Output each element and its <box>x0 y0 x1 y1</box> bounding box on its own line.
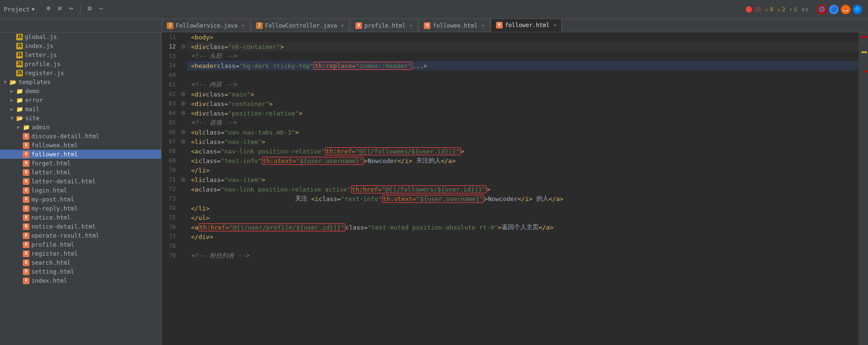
code-line-68: <a class="nav-link position-relative" th… <box>187 146 858 156</box>
project-label[interactable]: Project ▼ <box>0 6 38 13</box>
fold-gutter-71[interactable] <box>180 175 187 184</box>
fold-gutter-72 <box>180 184 187 194</box>
sidebar-item-global-js[interactable]: JSglobal.js <box>0 32 161 41</box>
sidebar-item-register-js[interactable]: JSregister.js <box>0 68 161 77</box>
swap-icon[interactable]: ⇔ <box>67 4 76 12</box>
fold-gutter-11 <box>180 32 187 42</box>
sidebar-item-site-folder[interactable]: ▼📂site <box>0 114 161 123</box>
line-number-70: 70 <box>162 165 180 175</box>
sidebar-item-demo-folder[interactable]: ▶📁demo <box>0 86 161 96</box>
list-icon[interactable]: ≡ <box>56 4 64 12</box>
fold-gutter-67[interactable] <box>180 137 187 146</box>
html-file-icon: H <box>23 268 29 275</box>
tab-label: FollowController.java <box>265 22 337 29</box>
html-file-icon: H <box>23 250 29 257</box>
html-file-icon: H <box>23 187 29 194</box>
html-file-icon: H <box>23 278 29 284</box>
tab-followservice[interactable]: JFollowService.java× <box>162 19 250 32</box>
sidebar-item-mail-folder[interactable]: ▶📁mail <box>0 105 161 114</box>
sidebar-item-admin-folder[interactable]: ▶📁admin <box>0 123 161 132</box>
project-arrow-icon: ▼ <box>32 7 35 12</box>
sidebar-item-index-js[interactable]: JSindex.js <box>0 41 161 50</box>
sidebar-item-letter-html[interactable]: Hletter.html <box>0 168 161 177</box>
tab-followee[interactable]: Hfollowee.html× <box>419 19 490 32</box>
code-area[interactable]: <body> <div class="nk-container"> <!-- 头… <box>187 32 858 345</box>
html-file-icon: H <box>23 259 29 266</box>
editor-area[interactable]: 1112131460616263646566676869707172737475… <box>162 32 868 345</box>
tab-close-icon[interactable]: × <box>241 22 245 29</box>
info2-count: 6 <box>794 6 797 13</box>
sidebar-item-my-reply-html[interactable]: Hmy-reply.html <box>0 204 161 213</box>
sidebar-item-followee-html[interactable]: Hfollowee.html <box>0 141 161 150</box>
sidebar-item-operate-result-html[interactable]: Hoperate-result.html <box>0 231 161 240</box>
settings-icon[interactable]: ⚙ <box>86 4 94 12</box>
fold-gutter-63[interactable] <box>180 99 187 108</box>
code-line-63: <div class="container"> <box>187 99 858 108</box>
fold-gutter-62[interactable] <box>180 89 187 99</box>
sidebar-label: profile.html <box>31 241 74 248</box>
error-marker-1 <box>861 36 867 38</box>
sidebar-label: admin <box>32 124 50 131</box>
code-line-13: <!-- 头部 --> <box>187 51 858 61</box>
line-number-66: 66 <box>162 127 180 137</box>
sidebar-item-forget-html[interactable]: Hforget.html <box>0 159 161 168</box>
right-panel <box>858 32 868 345</box>
sidebar-item-letter-js[interactable]: JSletter.js <box>0 50 161 59</box>
separator <box>80 4 81 15</box>
sidebar-item-templates-folder[interactable]: ▼📂templates <box>0 77 161 86</box>
sidebar-item-discuss-detail[interactable]: Hdiscuss-detail.html <box>0 132 161 141</box>
sidebar-item-profile-html[interactable]: Hprofile.html <box>0 240 161 249</box>
html-file-icon: H <box>23 133 29 140</box>
tab-label: profile.html <box>364 22 406 29</box>
sidebar-item-search-html[interactable]: Hsearch.html <box>0 258 161 267</box>
info1-indicator: ⚠ 2 <box>777 6 785 13</box>
code-line-70: </li> <box>187 165 858 175</box>
sidebar-item-notice-html[interactable]: Hnotice.html <box>0 213 161 222</box>
tab-followcontroller[interactable]: JFollowController.java× <box>251 19 349 32</box>
tab-close-icon[interactable]: × <box>481 22 485 29</box>
sidebar-item-notice-detail-html[interactable]: Hnotice-detail.html <box>0 222 161 231</box>
js-icon: JS <box>16 70 23 77</box>
code-line-65: <!-- 选项 --> <box>187 118 858 127</box>
code-line-71: <li class="nav-item"> <box>187 175 858 184</box>
sidebar-item-profile-js[interactable]: JSprofile.js <box>0 59 161 68</box>
info1-count: 2 <box>782 6 785 13</box>
code-line-67: <li class="nav-item"> <box>187 137 858 146</box>
warning-icon: ⚠ <box>765 6 768 13</box>
code-line-62: <div class="main"> <box>187 89 858 99</box>
tab-close-icon[interactable]: × <box>410 22 413 29</box>
html-icon: H <box>424 22 430 29</box>
sidebar-item-letter-detail-html[interactable]: Hletter-detail.html <box>0 177 161 186</box>
tab-close-icon[interactable]: × <box>553 22 557 28</box>
folder-arrow-open: ▼ <box>4 79 10 85</box>
tab-close-icon[interactable]: × <box>341 22 344 29</box>
project-toolbar-icons: ⊕ ≡ ⇔ ⚙ — <box>40 4 109 15</box>
sidebar-label: site <box>25 115 39 122</box>
minimize-icon[interactable]: — <box>97 4 105 12</box>
fold-gutter-12[interactable] <box>180 42 187 51</box>
tab-follower[interactable]: Hfollower.html× <box>491 19 562 32</box>
sidebar-item-error-folder[interactable]: ▶📁error <box>0 96 161 105</box>
sidebar-item-follower-html[interactable]: Hfollower.html <box>0 150 161 159</box>
arrows-icon: ∧∨ <box>801 6 809 13</box>
code-line-75: </ul> <box>187 213 858 222</box>
sidebar-item-setting-html[interactable]: Hsetting.html <box>0 267 161 276</box>
sidebar-label: setting.html <box>31 268 74 275</box>
sidebar-label: followee.html <box>31 142 78 149</box>
line-number-63: 63 <box>162 99 180 108</box>
code-line-60 <box>187 70 858 80</box>
sidebar-item-register-html[interactable]: Hregister.html <box>0 249 161 258</box>
fold-gutter-66[interactable] <box>180 127 187 137</box>
sidebar-item-login-html[interactable]: Hlogin.html <box>0 186 161 195</box>
info1-icon: ⚠ <box>777 6 780 13</box>
tab-profile[interactable]: Hprofile.html× <box>350 19 418 32</box>
java-icon: J <box>256 22 263 29</box>
tab-label: followee.html <box>433 22 477 29</box>
fold-gutter-64[interactable] <box>180 108 187 118</box>
line-number-76: 76 <box>162 222 180 232</box>
fold-gutter-79 <box>180 251 187 260</box>
sidebar-item-my-post-html[interactable]: Hmy-post.html <box>0 195 161 204</box>
line-number-73: 73 <box>162 194 180 203</box>
structure-icon[interactable]: ⊕ <box>44 4 53 12</box>
sidebar-item-index-html[interactable]: Hindex.html <box>0 276 161 285</box>
